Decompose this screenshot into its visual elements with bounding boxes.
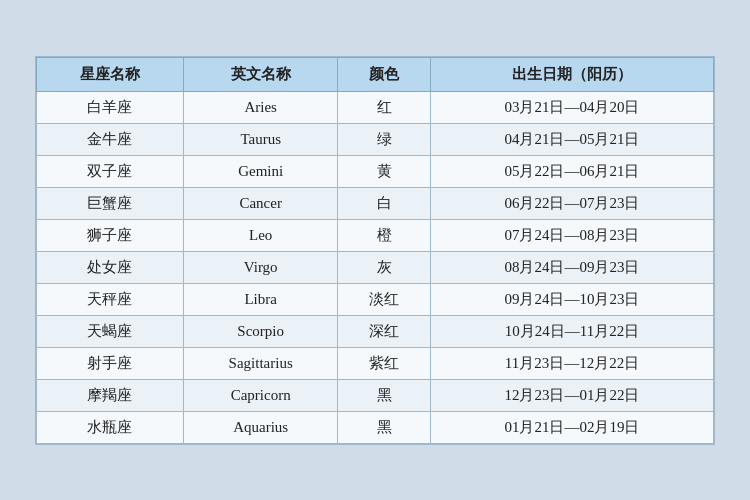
- color: 紫红: [338, 347, 431, 379]
- color: 灰: [338, 251, 431, 283]
- chinese-name: 处女座: [37, 251, 184, 283]
- english-name: Leo: [183, 219, 338, 251]
- table-row: 天秤座Libra淡红09月24日—10月23日: [37, 283, 714, 315]
- english-name: Scorpio: [183, 315, 338, 347]
- color: 黑: [338, 411, 431, 443]
- chinese-name: 水瓶座: [37, 411, 184, 443]
- table-row: 摩羯座Capricorn黑12月23日—01月22日: [37, 379, 714, 411]
- chinese-name: 狮子座: [37, 219, 184, 251]
- dates: 12月23日—01月22日: [430, 379, 713, 411]
- table-row: 狮子座Leo橙07月24日—08月23日: [37, 219, 714, 251]
- table-row: 处女座Virgo灰08月24日—09月23日: [37, 251, 714, 283]
- dates: 09月24日—10月23日: [430, 283, 713, 315]
- table-row: 天蝎座Scorpio深红10月24日—11月22日: [37, 315, 714, 347]
- color: 淡红: [338, 283, 431, 315]
- dates: 11月23日—12月22日: [430, 347, 713, 379]
- dates: 05月22日—06月21日: [430, 155, 713, 187]
- color: 深红: [338, 315, 431, 347]
- chinese-name: 天秤座: [37, 283, 184, 315]
- chinese-name: 白羊座: [37, 91, 184, 123]
- table-row: 水瓶座Aquarius黑01月21日—02月19日: [37, 411, 714, 443]
- table-row: 巨蟹座Cancer白06月22日—07月23日: [37, 187, 714, 219]
- english-name: Capricorn: [183, 379, 338, 411]
- zodiac-table: 星座名称英文名称颜色出生日期（阳历） 白羊座Aries红03月21日—04月20…: [36, 57, 714, 444]
- column-header: 星座名称: [37, 57, 184, 91]
- color: 白: [338, 187, 431, 219]
- column-header: 英文名称: [183, 57, 338, 91]
- table-row: 白羊座Aries红03月21日—04月20日: [37, 91, 714, 123]
- english-name: Libra: [183, 283, 338, 315]
- english-name: Aries: [183, 91, 338, 123]
- color: 黄: [338, 155, 431, 187]
- english-name: Gemini: [183, 155, 338, 187]
- table-row: 射手座Sagittarius紫红11月23日—12月22日: [37, 347, 714, 379]
- table-header-row: 星座名称英文名称颜色出生日期（阳历）: [37, 57, 714, 91]
- dates: 10月24日—11月22日: [430, 315, 713, 347]
- chinese-name: 射手座: [37, 347, 184, 379]
- table-row: 双子座Gemini黄05月22日—06月21日: [37, 155, 714, 187]
- chinese-name: 天蝎座: [37, 315, 184, 347]
- dates: 03月21日—04月20日: [430, 91, 713, 123]
- color: 橙: [338, 219, 431, 251]
- color: 绿: [338, 123, 431, 155]
- table-row: 金牛座Taurus绿04月21日—05月21日: [37, 123, 714, 155]
- chinese-name: 巨蟹座: [37, 187, 184, 219]
- chinese-name: 双子座: [37, 155, 184, 187]
- english-name: Sagittarius: [183, 347, 338, 379]
- dates: 04月21日—05月21日: [430, 123, 713, 155]
- color: 黑: [338, 379, 431, 411]
- english-name: Taurus: [183, 123, 338, 155]
- english-name: Cancer: [183, 187, 338, 219]
- dates: 07月24日—08月23日: [430, 219, 713, 251]
- english-name: Virgo: [183, 251, 338, 283]
- english-name: Aquarius: [183, 411, 338, 443]
- dates: 06月22日—07月23日: [430, 187, 713, 219]
- color: 红: [338, 91, 431, 123]
- column-header: 颜色: [338, 57, 431, 91]
- column-header: 出生日期（阳历）: [430, 57, 713, 91]
- zodiac-table-container: 星座名称英文名称颜色出生日期（阳历） 白羊座Aries红03月21日—04月20…: [35, 56, 715, 445]
- chinese-name: 摩羯座: [37, 379, 184, 411]
- chinese-name: 金牛座: [37, 123, 184, 155]
- dates: 08月24日—09月23日: [430, 251, 713, 283]
- dates: 01月21日—02月19日: [430, 411, 713, 443]
